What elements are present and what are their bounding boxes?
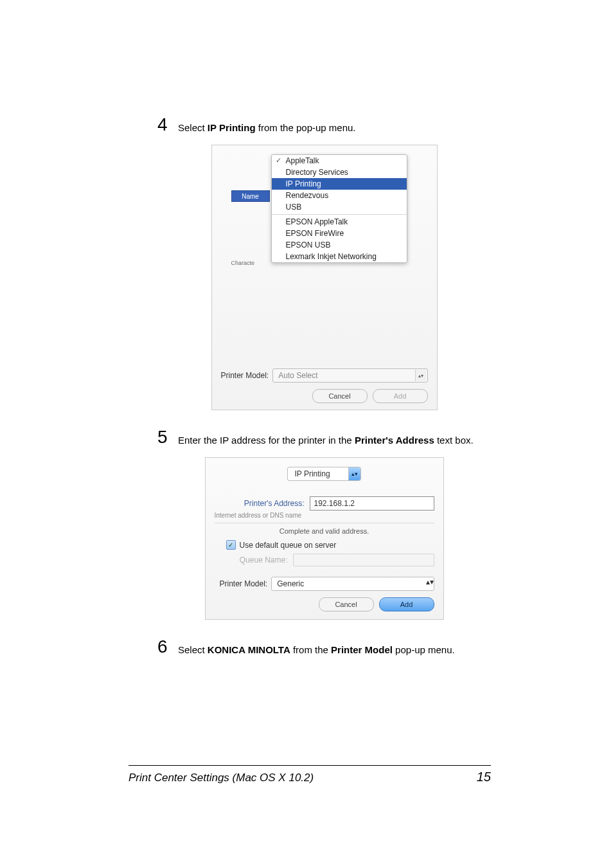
address-valid-label: Complete and valid address.	[215, 523, 434, 535]
queue-name-label: Queue Name:	[226, 556, 293, 565]
add-button[interactable]: Add	[379, 597, 434, 611]
footer-rule	[129, 765, 491, 766]
printer-address-label: Printer's Address:	[215, 499, 310, 508]
printer-address-input[interactable]: 192.168.1.2	[310, 496, 434, 511]
menu-item-ip-printing[interactable]: IP Printing	[272, 178, 407, 190]
screenshot-ip-printing: IP Printing ▴▾ Printer's Address: 192.16…	[205, 457, 444, 620]
menu-separator	[272, 214, 407, 215]
label-character-set: Characte	[231, 260, 255, 266]
text: text box.	[434, 435, 474, 446]
menu-item-appletalk[interactable]: AppleTalk	[272, 155, 407, 167]
step-text: Enter the IP address for the printer in …	[178, 428, 474, 447]
step-number: 4	[157, 116, 169, 134]
step-number: 6	[157, 638, 169, 656]
step-text: Select IP Printing from the pop-up menu.	[178, 116, 356, 134]
printer-model-value: Generic	[277, 579, 304, 588]
bold-text: IP Printing	[208, 122, 256, 133]
text: from the pop-up menu.	[256, 122, 356, 133]
cancel-button[interactable]: Cancel	[312, 389, 368, 403]
top-row: IP Printing ▴▾	[215, 467, 434, 481]
cancel-button[interactable]: Cancel	[319, 597, 374, 611]
default-queue-checkbox[interactable]: ✓	[226, 540, 236, 550]
step-6: 6 Select KONICA MINOLTA from the Printer…	[157, 638, 491, 656]
text: Enter the IP address for the printer in …	[178, 435, 355, 446]
menu-item-rendezvous[interactable]: Rendezvous	[272, 190, 407, 201]
bold-text: Printer's Address	[355, 435, 434, 446]
button-row: Cancel Add	[221, 389, 428, 403]
dropdown-icon: ▴▾	[348, 467, 360, 480]
dropdown-icon: ▴▾	[426, 577, 434, 590]
text: Select	[178, 644, 208, 655]
printer-model-select[interactable]: Generic ▴▾	[271, 577, 434, 591]
figure-1: Name Characte AppleTalk Directory Servic…	[157, 145, 491, 410]
step-number: 5	[157, 428, 169, 446]
connection-type-menu[interactable]: AppleTalk Directory Services IP Printing…	[271, 154, 407, 263]
queue-name-input	[293, 554, 434, 566]
bold-text: KONICA MINOLTA	[208, 644, 290, 655]
printer-model-label: Printer Model:	[220, 579, 268, 588]
column-header-name: Name	[231, 190, 270, 202]
menu-item-directory-services[interactable]: Directory Services	[272, 167, 407, 178]
bold-text: Printer Model	[331, 644, 393, 655]
page-footer: Print Center Settings (Mac OS X 10.2) 15	[129, 765, 491, 784]
text: from the	[290, 644, 331, 655]
popup-value: IP Printing	[288, 469, 348, 478]
figure-2: IP Printing ▴▾ Printer's Address: 192.16…	[157, 457, 491, 620]
default-queue-label: Use default queue on server	[240, 541, 337, 550]
printer-address-help: Internet address or DNS name	[215, 512, 434, 519]
connection-type-popup[interactable]: IP Printing ▴▾	[287, 467, 360, 481]
printer-model-row: Printer Model: Auto Select ▴▾	[221, 368, 428, 383]
menu-item-lexmark[interactable]: Lexmark Inkjet Networking	[272, 251, 407, 262]
text: pop-up menu.	[393, 644, 455, 655]
printer-model-value: Auto Select	[278, 371, 317, 380]
button-row: Cancel Add	[215, 597, 434, 611]
add-button[interactable]: Add	[373, 389, 428, 403]
step-text: Select KONICA MINOLTA from the Printer M…	[178, 638, 455, 656]
menu-item-epson-appletalk[interactable]: EPSON AppleTalk	[272, 216, 407, 228]
text: Select	[178, 122, 208, 133]
printer-model-label: Printer Model:	[221, 371, 269, 380]
page-number: 15	[477, 770, 491, 784]
step-5: 5 Enter the IP address for the printer i…	[157, 428, 491, 447]
screenshot-add-printer-menu: Name Characte AppleTalk Directory Servic…	[211, 145, 438, 410]
default-queue-row: ✓ Use default queue on server	[226, 540, 434, 550]
footer-title: Print Center Settings (Mac OS X 10.2)	[129, 772, 314, 784]
printer-model-select[interactable]: Auto Select ▴▾	[272, 368, 427, 383]
dropdown-icon: ▴▾	[415, 370, 426, 381]
step-4: 4 Select IP Printing from the pop-up men…	[157, 116, 491, 134]
menu-item-epson-firewire[interactable]: EPSON FireWire	[272, 228, 407, 239]
menu-item-usb[interactable]: USB	[272, 201, 407, 213]
printer-address-row: Printer's Address: 192.168.1.2	[215, 496, 434, 511]
menu-item-epson-usb[interactable]: EPSON USB	[272, 239, 407, 251]
queue-name-row: Queue Name:	[226, 554, 434, 566]
printer-model-row: Printer Model: Generic ▴▾	[215, 577, 434, 591]
